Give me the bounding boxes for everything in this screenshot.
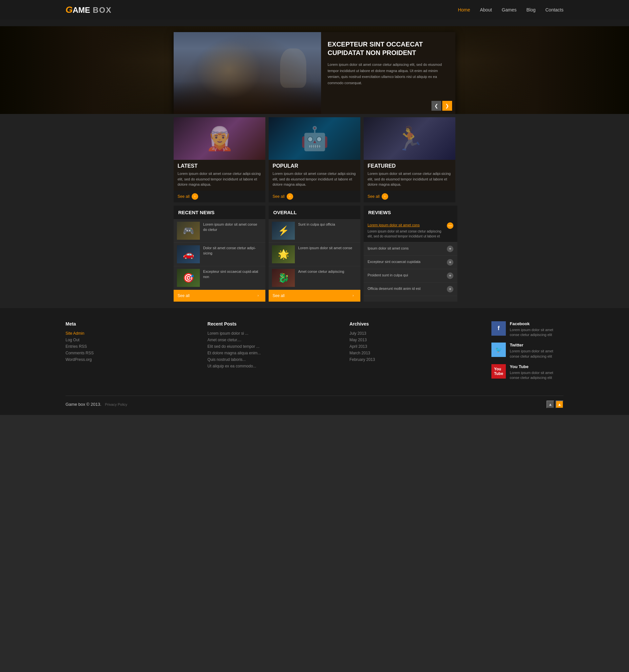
footer-archive-4[interactable]: March 2013 bbox=[350, 351, 478, 355]
hero-next-button[interactable]: ❯ bbox=[442, 101, 452, 111]
hero-text-panel: EXCEPTEUR SINT OCCAECAT CUPIDATAT NON PR… bbox=[321, 32, 456, 114]
footer-recent-posts-title: Recent Posts bbox=[207, 321, 336, 327]
overall-see-all-label: See all bbox=[273, 293, 285, 298]
latest-body: Lorem ipsum dolor sit amet conse ctetur … bbox=[178, 171, 261, 187]
facebook-desc: Lorem ipsum dolor sit amet conse ctetur … bbox=[510, 328, 563, 338]
featured-body: Lorem ipsum dolor sit amet conse ctetur … bbox=[368, 171, 451, 187]
review-active-text: Lorem ipsum dolor sit amet cons Lorem ip… bbox=[368, 222, 444, 239]
popular-see-all[interactable]: See all › bbox=[273, 193, 293, 200]
youtube-icon[interactable]: YouTube bbox=[491, 364, 506, 379]
hero-title: EXCEPTEUR SINT OCCAECAT CUPIDATAT NON PR… bbox=[328, 40, 449, 57]
footer-post-2[interactable]: Amet onse ctetur.... bbox=[207, 338, 336, 342]
logo: G AME BOX bbox=[66, 5, 112, 15]
news-text-3: Excepteur sint occaecat cupid-atat non bbox=[203, 269, 262, 280]
overall-text-1: Sunt in culpa qui officia bbox=[298, 222, 335, 227]
nav-about[interactable]: About bbox=[480, 7, 492, 13]
featured-title: FEATURED bbox=[368, 163, 451, 169]
footer-post-1[interactable]: Lorem ipsum dolor si ... bbox=[207, 331, 336, 336]
footer-archives-title: Archives bbox=[350, 321, 478, 327]
footer-copyright: Game box © 2013. bbox=[66, 402, 101, 407]
news-thumb-1: 🎮 bbox=[177, 222, 200, 240]
overall-see-all-button[interactable]: See all › bbox=[269, 290, 360, 302]
footer-wordpress[interactable]: WordPress.org bbox=[66, 357, 194, 362]
popular-card-image: 🤖 bbox=[269, 117, 360, 160]
news-text-1: Lorem ipsum dolor sit amet conse do ctet… bbox=[203, 222, 262, 233]
latest-title: LATEST bbox=[178, 163, 261, 169]
footer-columns: Meta Site Admin Log Out Entries RSS Comm… bbox=[66, 321, 563, 386]
footer-bottom: Game box © 2013. Privacy Policy ▲ ▲ bbox=[66, 395, 563, 408]
facebook-name: Facebook bbox=[510, 321, 563, 326]
review-active-body: Lorem ipsum dolor sit amet conse ctetur … bbox=[368, 229, 444, 239]
footer-post-4[interactable]: Et dolore magna aliqua enim... bbox=[207, 351, 336, 355]
review-item-2[interactable]: Ipsum dolor sit amet cons + bbox=[364, 242, 457, 256]
review-active-link[interactable]: Lorem ipsum dolor sit amet cons bbox=[368, 223, 420, 227]
latest-card-info: LATEST Lorem ipsum dolor sit amet conse … bbox=[173, 160, 265, 191]
nav-home[interactable]: Home bbox=[458, 7, 470, 13]
footer-post-5[interactable]: Quis nostrud laboris... bbox=[207, 357, 336, 362]
footer-logout[interactable]: Log Out bbox=[66, 338, 194, 342]
nav-blog[interactable]: Blog bbox=[527, 7, 536, 13]
review-text-5: Officia deserunt mollit anim id est bbox=[368, 286, 444, 291]
footer-meta-title: Meta bbox=[66, 321, 194, 327]
hero-prev-button[interactable]: ❮ bbox=[432, 101, 441, 111]
social-youtube: YouTube You Tube Lorem ipsum dolor sit a… bbox=[491, 364, 563, 381]
latest-card-image: 🧝 bbox=[173, 117, 265, 160]
footer-archive-3[interactable]: April 2013 bbox=[350, 344, 478, 349]
latest-card-footer: See all › bbox=[173, 191, 265, 202]
main-nav: Home About Games Blog Contacts bbox=[458, 7, 563, 13]
game-cards-row: 🧝 LATEST Lorem ipsum dolor sit amet cons… bbox=[173, 117, 456, 202]
recent-news-header: RECENT NEWS bbox=[173, 206, 265, 219]
news-text-2: Dolor sit amet conse ctetur adipi-sicing bbox=[203, 245, 262, 256]
social-facebook: f Facebook Lorem ipsum dolor sit amet co… bbox=[491, 321, 563, 338]
scroll-down-button[interactable]: ▲ bbox=[556, 401, 563, 408]
news-item-3: 🎯 Excepteur sint occaecat cupid-atat non bbox=[173, 266, 265, 290]
footer-privacy-link[interactable]: Privacy Policy bbox=[105, 403, 127, 406]
footer-archive-2[interactable]: May 2013 bbox=[350, 338, 478, 342]
review-item-3[interactable]: Excepteur sint occaecat cupidata + bbox=[364, 256, 457, 269]
featured-see-all[interactable]: See all › bbox=[368, 193, 388, 200]
popular-body: Lorem ipsum dolor sit amet conse ctetur … bbox=[273, 171, 356, 187]
nav-games[interactable]: Games bbox=[502, 7, 517, 13]
footer: Meta Site Admin Log Out Entries RSS Comm… bbox=[0, 308, 629, 415]
footer-copyright-area: Game box © 2013. Privacy Policy bbox=[66, 402, 127, 407]
recent-news-section: RECENT NEWS 🎮 Lorem ipsum dolor sit amet… bbox=[173, 206, 265, 302]
overall-item-1: ⚡ Sunt in culpa qui officia bbox=[269, 219, 360, 243]
review-active-icon: — bbox=[447, 222, 453, 229]
popular-placeholder: 🤖 bbox=[269, 117, 360, 160]
review-item-active[interactable]: Lorem ipsum dolor sit amet cons Lorem ip… bbox=[364, 219, 457, 243]
review-text-4: Proident sunt in culpa qui bbox=[368, 272, 444, 278]
footer-meta: Meta Site Admin Log Out Entries RSS Comm… bbox=[66, 321, 194, 386]
footer-archives: Archives July 2013 May 2013 April 2013 M… bbox=[350, 321, 478, 386]
footer-archive-5[interactable]: February 2013 bbox=[350, 357, 478, 362]
popular-title: POPULAR bbox=[273, 163, 356, 169]
review-item-4[interactable]: Proident sunt in culpa qui + bbox=[364, 269, 457, 283]
main-content: 🧝 LATEST Lorem ipsum dolor sit amet cons… bbox=[173, 117, 456, 308]
twitter-icon[interactable]: 🐦 bbox=[491, 342, 506, 357]
featured-card-footer: See all › bbox=[364, 191, 456, 202]
footer-site-admin[interactable]: Site Admin bbox=[66, 331, 194, 336]
latest-see-all[interactable]: See all › bbox=[178, 193, 198, 200]
footer-archive-1[interactable]: July 2013 bbox=[350, 331, 478, 336]
footer-post-6[interactable]: Ut aliquip ex ea commodo... bbox=[207, 364, 336, 368]
reviews-header: REVIEWS bbox=[364, 206, 457, 219]
hero-nav: ❮ ❯ bbox=[432, 101, 452, 111]
news-see-all-button[interactable]: See all › bbox=[173, 290, 265, 302]
review-item-5[interactable]: Officia deserunt mollit anim id est + bbox=[364, 283, 457, 296]
scroll-up-button[interactable]: ▲ bbox=[546, 401, 554, 408]
news-item-1: 🎮 Lorem ipsum dolor sit amet conse do ct… bbox=[173, 219, 265, 243]
overall-text-3: Amet conse ctetur adipiscing bbox=[298, 269, 344, 274]
logo-ame: AME bbox=[73, 5, 90, 15]
footer-post-3[interactable]: Elit sed do eiusmod tempor ... bbox=[207, 344, 336, 349]
overall-thumb-3: 🐉 bbox=[272, 269, 295, 287]
overall-section: OVERALL ⚡ Sunt in culpa qui officia 🌟 Lo… bbox=[269, 206, 360, 302]
facebook-icon[interactable]: f bbox=[491, 321, 506, 336]
news-overall-reviews-row: RECENT NEWS 🎮 Lorem ipsum dolor sit amet… bbox=[173, 206, 456, 302]
review-icon-4: + bbox=[447, 272, 453, 279]
hero-outer: EXCEPTEUR SINT OCCAECAT CUPIDATAT NON PR… bbox=[0, 26, 629, 114]
facebook-text: Facebook Lorem ipsum dolor sit amet cons… bbox=[510, 321, 563, 338]
nav-contacts[interactable]: Contacts bbox=[545, 7, 563, 13]
footer-comments-rss[interactable]: Comments RSS bbox=[66, 351, 194, 355]
footer-entries-rss[interactable]: Entries RSS bbox=[66, 344, 194, 349]
recent-news-title: RECENT NEWS bbox=[178, 210, 261, 215]
news-items-list: 🎮 Lorem ipsum dolor sit amet conse do ct… bbox=[173, 219, 265, 290]
